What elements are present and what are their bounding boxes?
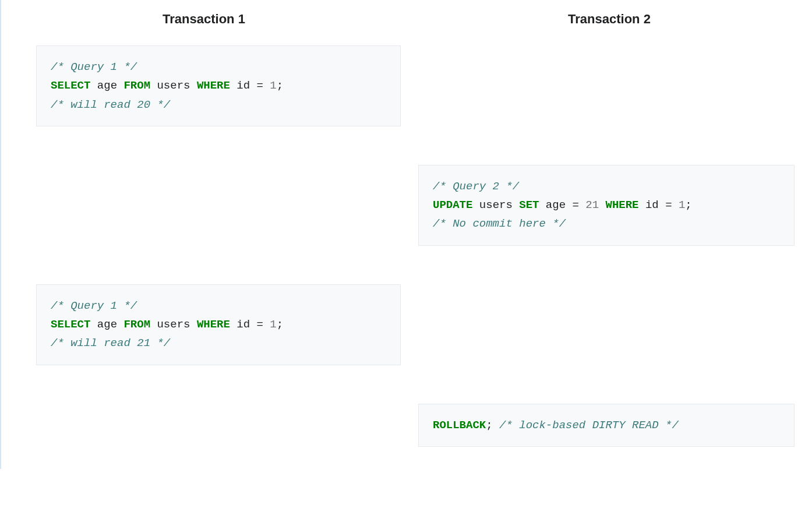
sql-number: 1 [679, 199, 685, 211]
sql-keyword: SET [519, 199, 539, 211]
transaction-1-cell: /* Query 1 */ SELECT age FROM users WHER… [1, 41, 407, 131]
sql-code-block: /* Query 1 */ SELECT age FROM users WHER… [36, 284, 401, 365]
sql-comment: /* No commit here */ [433, 217, 566, 230]
sql-comment: /* Query 1 */ [51, 61, 137, 73]
table-row: /* Query 2 */ UPDATE users SET age = 21 … [1, 160, 812, 251]
sql-number: 1 [270, 79, 276, 92]
column-header-2: Transaction 2 [407, 0, 812, 41]
transaction-2-cell [407, 280, 812, 370]
spacer-cell [1, 131, 812, 160]
transaction-1-cell [1, 160, 407, 251]
table-row: /* Query 1 */ SELECT age FROM users WHER… [1, 41, 812, 131]
table-row [1, 131, 812, 160]
sql-comment: /* lock-based DIRTY READ */ [499, 419, 679, 432]
sql-keyword: FROM [123, 318, 150, 331]
table-row: /* Query 1 */ SELECT age FROM users WHER… [1, 280, 812, 370]
spacer-cell [1, 251, 812, 280]
sql-keyword: WHERE [606, 199, 639, 211]
sql-comment: /* will read 20 */ [51, 98, 170, 111]
sql-comment: /* will read 21 */ [51, 337, 170, 350]
transaction-1-cell [1, 399, 407, 451]
sql-keyword: UPDATE [433, 199, 472, 211]
sql-keyword: SELECT [51, 318, 90, 331]
sql-code-block: /* Query 1 */ SELECT age FROM users WHER… [36, 45, 401, 126]
sql-keyword: SELECT [51, 79, 90, 92]
sql-code-block: ROLLBACK; /* lock-based DIRTY READ */ [418, 404, 795, 447]
sql-code-block: /* Query 2 */ UPDATE users SET age = 21 … [418, 165, 795, 246]
sql-keyword: WHERE [197, 318, 230, 331]
table-row: ROLLBACK; /* lock-based DIRTY READ */ [1, 399, 812, 451]
column-header-1: Transaction 1 [1, 0, 407, 41]
transaction-2-cell [407, 41, 812, 131]
sql-comment: /* Query 1 */ [51, 299, 137, 312]
sql-number: 1 [270, 318, 276, 331]
sql-keyword: FROM [123, 79, 150, 92]
transaction-table: Transaction 1 Transaction 2 /* Query 1 *… [1, 0, 812, 451]
transaction-1-cell: /* Query 1 */ SELECT age FROM users WHER… [1, 280, 407, 370]
sql-keyword: ROLLBACK [433, 419, 486, 432]
sql-comment: /* Query 2 */ [433, 180, 519, 193]
document-page: Transaction 1 Transaction 2 /* Query 1 *… [0, 0, 812, 469]
sql-keyword: WHERE [197, 79, 230, 92]
sql-number: 21 [585, 199, 599, 211]
transaction-2-cell: ROLLBACK; /* lock-based DIRTY READ */ [407, 399, 812, 451]
table-row [1, 251, 812, 280]
transaction-2-cell: /* Query 2 */ UPDATE users SET age = 21 … [407, 160, 812, 251]
spacer-cell [1, 370, 812, 399]
table-row [1, 370, 812, 399]
